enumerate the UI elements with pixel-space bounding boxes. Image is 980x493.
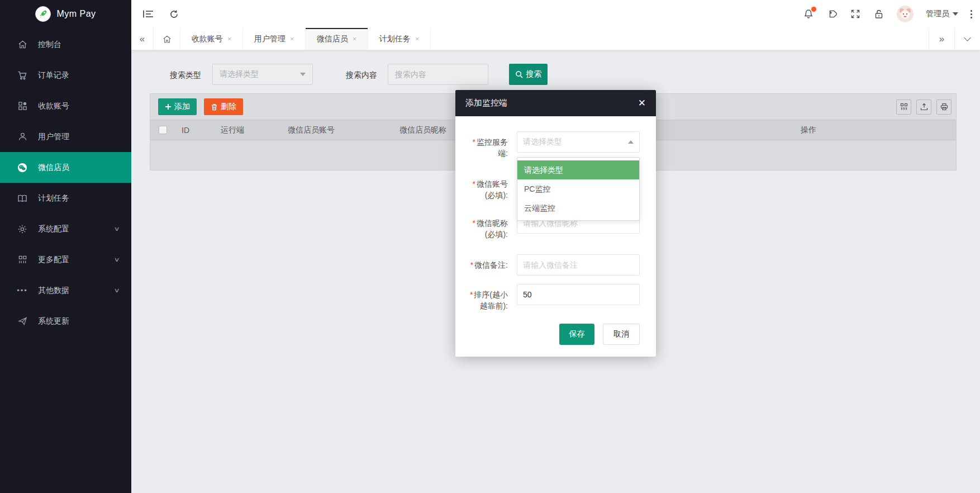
tab-label: 收款账号	[192, 34, 223, 44]
topbar: 管理员	[131, 0, 980, 28]
tab-collection-accounts[interactable]: 收款账号×	[180, 28, 243, 50]
components-icon	[17, 101, 28, 112]
search-type-value: 请选择类型	[220, 69, 259, 79]
delete-button[interactable]: 删除	[204, 98, 243, 115]
tab-label: 微信店员	[317, 34, 348, 44]
search-input[interactable]	[388, 64, 488, 85]
dropdown-option-placeholder[interactable]: 请选择类型	[517, 160, 639, 179]
home-icon	[17, 39, 28, 50]
save-button[interactable]: 保存	[559, 324, 594, 345]
chevron-down-icon: ∨	[113, 287, 120, 294]
collapse-sidebar-icon[interactable]	[142, 8, 154, 20]
modal-buttons: 保存 取消	[559, 324, 640, 345]
notification-bell-icon[interactable]	[803, 8, 814, 20]
sidebar-item-system-config[interactable]: 系统配置 ∨	[0, 214, 131, 244]
chevron-down-icon: ∨	[113, 225, 120, 233]
sidebar-item-label: 控制台	[38, 40, 61, 50]
sidebar-item-label: 收款账号	[38, 101, 69, 111]
close-tab-icon[interactable]: ×	[415, 35, 420, 43]
search-icon	[515, 70, 524, 79]
select-all-checkbox[interactable]	[159, 126, 167, 134]
chevron-down-icon: ∨	[113, 256, 120, 263]
sidebar-item-label: 其他数据	[38, 286, 69, 296]
sidebar-item-label: 系统配置	[38, 224, 69, 234]
column-header-id: ID	[175, 126, 214, 135]
fullscreen-icon[interactable]	[850, 8, 861, 20]
tag-icon[interactable]	[826, 8, 838, 20]
sort-order-input[interactable]	[517, 284, 640, 305]
export-icon[interactable]	[916, 99, 931, 115]
sidebar-item-users[interactable]: 用户管理	[0, 121, 131, 152]
tab-scheduled-tasks[interactable]: 计划任务×	[368, 28, 431, 50]
sidebar-item-label: 微信店员	[38, 163, 69, 173]
sidebar-item-label: 更多配置	[38, 255, 69, 265]
user-icon	[17, 131, 28, 143]
dropdown-option-cloud-monitor[interactable]: 云端监控	[517, 198, 639, 217]
sidebar-item-orders[interactable]: 收款账号 订单记录	[0, 60, 131, 91]
sidebar-item-scheduled-tasks[interactable]: 计划任务	[0, 183, 131, 214]
sidebar-item-label: 订单记录	[38, 70, 69, 80]
close-tab-icon[interactable]: ×	[353, 35, 357, 43]
wechat-account-label: *微信账号(必填):	[463, 178, 508, 201]
ellipsis-icon: •••	[17, 285, 28, 296]
wechat-nickname-label: *微信昵称(必填):	[463, 217, 508, 240]
search-type-select[interactable]: 请选择类型	[212, 64, 313, 85]
chevron-down-icon	[300, 73, 306, 76]
sidebar-item-label: 计划任务	[38, 193, 69, 203]
app-title: Mym Pay	[56, 9, 96, 19]
sidebar-item-other-data[interactable]: ••• 其他数据 ∨	[0, 275, 131, 306]
sidebar-item-label: 用户管理	[38, 132, 69, 142]
add-monitor-modal: 添加监控端 ✕ *监控服务端: 请选择类型 *微信账号(必填): *微信昵称(必…	[455, 90, 656, 357]
tab-wechat-clerk[interactable]: 微信店员×	[306, 28, 368, 50]
user-name: 管理员	[926, 9, 949, 19]
sidebar-item-accounts[interactable]: 收款账号	[0, 91, 131, 121]
column-header-actions: 操作	[661, 125, 956, 135]
user-menu[interactable]: 管理员	[926, 9, 958, 19]
search-button-label: 搜索	[526, 69, 542, 79]
monitor-server-select[interactable]: 请选择类型	[517, 131, 640, 153]
sidebar-item-system-update[interactable]: 系统更新	[0, 306, 131, 336]
close-icon[interactable]: ✕	[638, 98, 646, 108]
send-icon	[17, 316, 28, 327]
tab-home[interactable]	[154, 28, 180, 50]
sidebar-menu: 控制台 收款账号 订单记录 收款账号 用户管理 微信店员	[0, 29, 131, 336]
close-tab-icon[interactable]: ×	[227, 35, 232, 43]
add-button[interactable]: 添加	[158, 98, 197, 115]
search-button[interactable]: 搜索	[509, 64, 548, 85]
chevron-up-icon	[628, 140, 634, 144]
monitor-type-dropdown: 请选择类型 PC监控 云端监控	[517, 157, 640, 221]
column-header-runner: 运行端	[214, 125, 281, 135]
more-options-icon[interactable]	[971, 10, 972, 18]
rocket-logo-icon	[35, 6, 51, 22]
wechat-remark-input[interactable]	[517, 254, 640, 276]
monitor-server-value: 请选择类型	[523, 137, 562, 147]
monitor-server-label: *监控服务端:	[463, 136, 508, 159]
avatar[interactable]	[897, 6, 914, 22]
modal-title: 添加监控端	[465, 98, 507, 108]
trash-icon	[211, 103, 218, 111]
tab-label: 计划任务	[379, 34, 411, 44]
sidebar-item-console[interactable]: 控制台	[0, 29, 131, 60]
close-tab-icon[interactable]: ×	[290, 35, 294, 43]
wechat-icon	[17, 162, 28, 173]
delete-button-label: 删除	[221, 102, 236, 112]
sort-order-label: *排序(越小越靠前):	[463, 289, 508, 311]
plus-icon	[165, 103, 172, 110]
tabs-scroll-left-icon[interactable]: «	[131, 28, 154, 50]
tabs-menu-icon[interactable]	[954, 28, 980, 50]
sidebar-item-more-config[interactable]: 更多配置 ∨	[0, 244, 131, 275]
sidebar-item-wechat-clerk[interactable]: 微信店员	[0, 152, 131, 183]
print-icon[interactable]	[936, 99, 952, 115]
notification-badge	[811, 7, 816, 12]
modal-header: 添加监控端 ✕	[455, 90, 656, 116]
lock-icon[interactable]	[873, 8, 884, 20]
search-type-label: 搜索类型	[170, 70, 201, 80]
dropdown-option-pc-monitor[interactable]: PC监控	[517, 179, 639, 198]
tab-user-management[interactable]: 用户管理×	[243, 28, 306, 50]
columns-filter-icon[interactable]	[896, 99, 911, 115]
refresh-icon[interactable]	[168, 8, 179, 20]
caret-down-icon	[953, 12, 958, 16]
column-header-account: 微信店员账号	[281, 125, 393, 135]
cancel-button[interactable]: 取消	[603, 324, 640, 345]
tabs-scroll-right-icon[interactable]: »	[929, 28, 954, 50]
